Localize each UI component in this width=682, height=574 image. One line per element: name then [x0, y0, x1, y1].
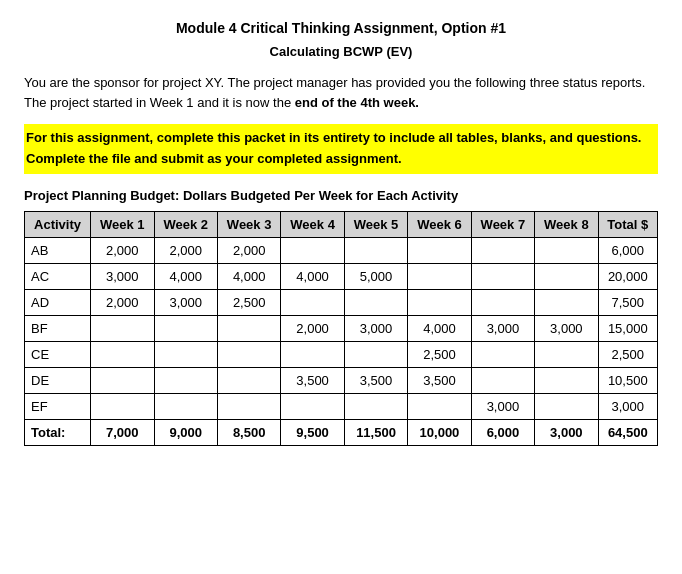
col-header-week1: Week 1 [91, 211, 154, 237]
data-cell [471, 341, 534, 367]
data-cell [91, 315, 154, 341]
data-cell [344, 393, 407, 419]
data-cell [535, 341, 598, 367]
data-cell: 10,500 [598, 367, 657, 393]
data-cell [281, 289, 344, 315]
data-cell [154, 341, 217, 367]
total-value: 6,000 [471, 419, 534, 445]
col-header-activity: Activity [25, 211, 91, 237]
activity-cell: DE [25, 367, 91, 393]
col-header-week3: Week 3 [217, 211, 280, 237]
section-label: Project Planning Budget: Dollars Budgete… [24, 188, 658, 203]
highlight-box: For this assignment, complete this packe… [24, 124, 658, 174]
data-cell [471, 237, 534, 263]
data-cell: 2,000 [281, 315, 344, 341]
data-cell: 3,000 [471, 393, 534, 419]
data-cell [344, 341, 407, 367]
data-cell: 3,500 [281, 367, 344, 393]
activity-cell: BF [25, 315, 91, 341]
highlight-line2: Complete the file and submit as your com… [26, 151, 402, 166]
col-header-week7: Week 7 [471, 211, 534, 237]
data-cell [154, 315, 217, 341]
activity-cell: AB [25, 237, 91, 263]
budget-table: Activity Week 1 Week 2 Week 3 Week 4 Wee… [24, 211, 658, 446]
data-cell [471, 367, 534, 393]
activity-cell: EF [25, 393, 91, 419]
table-row: AB2,0002,0002,0006,000 [25, 237, 658, 263]
data-cell: 4,000 [217, 263, 280, 289]
data-cell: 3,000 [344, 315, 407, 341]
data-cell: 3,000 [154, 289, 217, 315]
data-cell: 5,000 [344, 263, 407, 289]
data-cell [408, 393, 471, 419]
data-cell [281, 393, 344, 419]
activity-cell: AC [25, 263, 91, 289]
table-row: DE3,5003,5003,50010,500 [25, 367, 658, 393]
data-cell: 4,000 [408, 315, 471, 341]
col-header-week8: Week 8 [535, 211, 598, 237]
data-cell [344, 289, 407, 315]
col-header-week2: Week 2 [154, 211, 217, 237]
table-row: AD2,0003,0002,5007,500 [25, 289, 658, 315]
sub-title: Calculating BCWP (EV) [24, 44, 658, 59]
total-label: Total: [25, 419, 91, 445]
data-cell [471, 263, 534, 289]
data-cell: 2,000 [91, 289, 154, 315]
total-value: 10,000 [408, 419, 471, 445]
total-value: 11,500 [344, 419, 407, 445]
data-cell [217, 393, 280, 419]
total-value: 3,000 [535, 419, 598, 445]
data-cell [535, 289, 598, 315]
data-cell [91, 393, 154, 419]
data-cell: 3,000 [471, 315, 534, 341]
data-cell [281, 237, 344, 263]
data-cell: 2,500 [598, 341, 657, 367]
total-value: 9,000 [154, 419, 217, 445]
data-cell: 3,000 [598, 393, 657, 419]
col-header-total: Total $ [598, 211, 657, 237]
col-header-week6: Week 6 [408, 211, 471, 237]
data-cell: 2,000 [91, 237, 154, 263]
data-cell [408, 263, 471, 289]
data-cell: 15,000 [598, 315, 657, 341]
data-cell: 4,000 [281, 263, 344, 289]
table-row: CE2,5002,500 [25, 341, 658, 367]
data-cell: 2,500 [217, 289, 280, 315]
data-cell [217, 367, 280, 393]
data-cell [91, 341, 154, 367]
data-cell: 6,000 [598, 237, 657, 263]
intro-paragraph: You are the sponsor for project XY. The … [24, 73, 658, 112]
data-cell [91, 367, 154, 393]
data-cell: 2,500 [408, 341, 471, 367]
main-title: Module 4 Critical Thinking Assignment, O… [24, 20, 658, 36]
activity-cell: CE [25, 341, 91, 367]
data-cell [408, 237, 471, 263]
data-cell: 3,500 [408, 367, 471, 393]
data-cell [408, 289, 471, 315]
table-row: EF3,0003,000 [25, 393, 658, 419]
activity-cell: AD [25, 289, 91, 315]
data-cell: 4,000 [154, 263, 217, 289]
total-row: Total:7,0009,0008,5009,50011,50010,0006,… [25, 419, 658, 445]
col-header-week5: Week 5 [344, 211, 407, 237]
total-value: 7,000 [91, 419, 154, 445]
data-cell [217, 341, 280, 367]
col-header-week4: Week 4 [281, 211, 344, 237]
data-cell: 3,500 [344, 367, 407, 393]
data-cell: 7,500 [598, 289, 657, 315]
data-cell: 3,000 [535, 315, 598, 341]
data-cell: 2,000 [154, 237, 217, 263]
data-cell [281, 341, 344, 367]
intro-bold: end of the 4th week. [295, 95, 419, 110]
table-row: AC3,0004,0004,0004,0005,00020,000 [25, 263, 658, 289]
data-cell [535, 263, 598, 289]
data-cell [154, 367, 217, 393]
table-header-row: Activity Week 1 Week 2 Week 3 Week 4 Wee… [25, 211, 658, 237]
total-value: 8,500 [217, 419, 280, 445]
data-cell: 20,000 [598, 263, 657, 289]
data-cell [535, 393, 598, 419]
data-cell [535, 367, 598, 393]
highlight-line1: For this assignment, complete this packe… [26, 130, 641, 145]
data-cell [217, 315, 280, 341]
data-cell [344, 237, 407, 263]
